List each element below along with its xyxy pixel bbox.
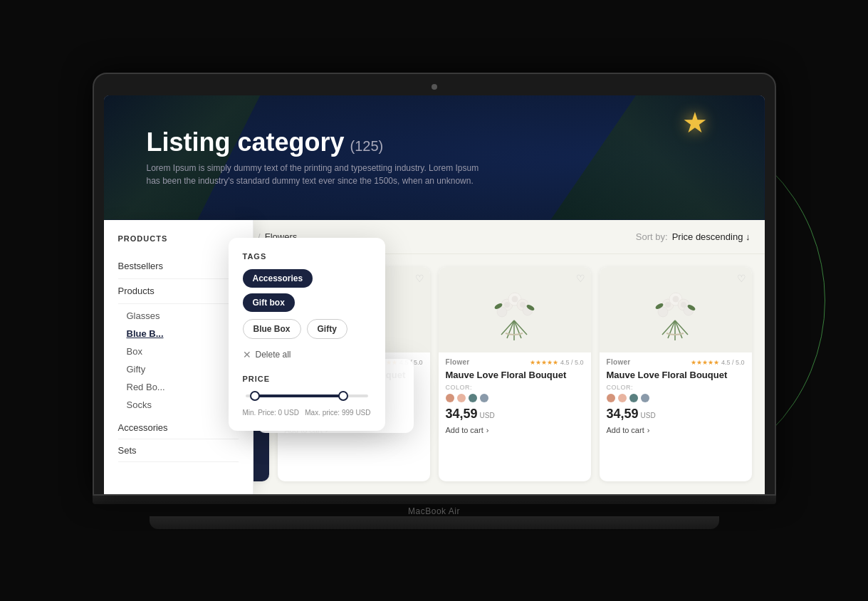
sort-area: Sort by: Price descending ↓ <box>636 231 751 242</box>
filter-popup: TAGS Accessories Gift box Blue Box Gifty… <box>229 238 385 431</box>
delete-x-icon: ✕ <box>243 349 251 360</box>
tag-gift-box[interactable]: Gift box <box>243 293 295 312</box>
swatch-4c[interactable] <box>629 394 638 402</box>
wishlist-icon-4[interactable]: ♡ <box>737 273 746 284</box>
color-swatches-4 <box>607 394 745 402</box>
svg-point-36 <box>504 302 510 308</box>
sidebar-products-label: Products <box>118 286 155 296</box>
svg-line-33 <box>501 320 514 335</box>
hero-count: (125) <box>350 138 384 155</box>
price-main-3: 34,59 <box>446 407 478 422</box>
product-name-4: Mauve Love Floral Bouquet <box>607 370 745 382</box>
svg-line-45 <box>668 320 675 338</box>
add-to-cart-label-3: Add to cart <box>446 426 483 434</box>
wishlist-icon-3[interactable]: ♡ <box>576 273 585 284</box>
swatch-4d[interactable] <box>641 394 649 402</box>
price-section-title: PRICE <box>243 375 371 383</box>
svg-point-51 <box>665 302 671 308</box>
sort-label: Sort by: <box>636 231 668 242</box>
laptop-hinge <box>93 496 776 504</box>
tags-section-title: TAGS <box>243 252 371 261</box>
sidebar-gifty[interactable]: Gifty <box>127 360 239 378</box>
hero-title: Listing category (125) <box>147 127 488 157</box>
price-currency-4: USD <box>641 412 656 419</box>
sidebar-bestsellers-label: Bestsellers <box>118 261 164 271</box>
svg-line-47 <box>675 320 682 338</box>
price-row-3: 34,59 USD <box>446 407 584 422</box>
add-to-cart-arrow-3: › <box>486 426 489 434</box>
swatch-4b[interactable] <box>618 394 627 402</box>
tags-row-2: Blue Box Gifty <box>243 319 371 339</box>
delete-all-label: Delete all <box>256 350 291 360</box>
product-info-4: Flower ★★★★★ 4.5 / 5.0 Mauve Love Floral… <box>600 352 752 441</box>
laptop-screen: ★ Listing category (125) Lorem Ipsum is … <box>104 95 765 494</box>
add-to-cart-3[interactable]: Add to cart › <box>446 426 584 434</box>
min-price-label: Min. Price: 0 USD <box>243 409 299 417</box>
swatch-3c[interactable] <box>469 394 477 402</box>
star-decoration: ★ <box>682 106 708 139</box>
sidebar-box[interactable]: Box <box>127 343 239 360</box>
svg-point-38 <box>512 296 518 302</box>
color-swatches-3 <box>446 394 584 402</box>
laptop-bottom <box>150 516 719 529</box>
sidebar-glasses[interactable]: Glasses <box>127 307 239 325</box>
flower-image-4 <box>649 278 702 342</box>
sidebar-accessories[interactable]: Accessories <box>118 417 239 439</box>
sidebar-products[interactable]: Products − <box>118 279 239 304</box>
sidebar-accessories-label: Accessories <box>118 422 168 433</box>
sidebar-sets-label: Sets <box>118 445 137 456</box>
swatch-4a[interactable] <box>607 394 615 402</box>
add-to-cart-arrow-4: › <box>647 426 650 434</box>
product-card-4: ♡ <box>600 267 752 481</box>
wishlist-icon-2[interactable]: ♡ <box>415 273 424 284</box>
product-tag-3: Flower <box>446 358 470 366</box>
tag-gifty[interactable]: Gifty <box>307 319 347 339</box>
price-range-labels: Min. Price: 0 USD Max. price: 999 USD <box>243 409 371 417</box>
flower-image-3 <box>488 278 541 342</box>
swatch-3d[interactable] <box>480 394 488 402</box>
sidebar-bestsellers[interactable]: Bestsellers + <box>118 254 239 279</box>
price-slider-fill <box>255 394 343 397</box>
product-tag-4: Flower <box>607 358 631 366</box>
sidebar-sub-menu: Glasses Blue B... Box Gifty Red Bo... So… <box>118 304 239 417</box>
color-label-3: COLOR: <box>446 384 584 391</box>
add-to-cart-label-4: Add to cart <box>607 426 644 434</box>
svg-line-48 <box>662 320 675 335</box>
hero-banner: ★ Listing category (125) Lorem Ipsum is … <box>104 95 765 220</box>
hero-description: Lorem Ipsum is simply dummy text of the … <box>147 162 488 187</box>
sidebar-red-bo[interactable]: Red Bo... <box>127 378 239 396</box>
product-stars-4: ★★★★★ 4.5 / 5.0 <box>691 359 744 366</box>
slider-thumb-max[interactable] <box>338 391 348 401</box>
sidebar-socks[interactable]: Socks <box>127 396 239 414</box>
tag-accessories[interactable]: Accessories <box>243 269 313 288</box>
price-row-4: 34,59 USD <box>607 407 745 422</box>
price-main-4: 34,59 <box>607 407 639 422</box>
sidebar-title: PRODUCTS <box>118 234 239 243</box>
laptop-base: MacBook Air <box>85 496 783 529</box>
svg-line-49 <box>675 320 688 335</box>
color-label-4: COLOR: <box>607 384 745 391</box>
price-slider-track <box>246 394 368 397</box>
hero-title-text: Listing category <box>147 127 345 157</box>
slider-thumb-min[interactable] <box>250 391 260 401</box>
product-card-3: ♡ <box>439 267 591 481</box>
laptop-wrapper: ★ Listing category (125) Lorem Ipsum is … <box>85 73 783 529</box>
delete-all-button[interactable]: ✕ Delete all <box>243 346 371 363</box>
product-name-3: Mauve Love Floral Bouquet <box>446 370 584 382</box>
swatch-3a[interactable] <box>446 394 454 402</box>
product-stars-3: ★★★★★ 4.5 / 5.0 <box>530 359 583 366</box>
svg-point-53 <box>673 296 679 302</box>
add-to-cart-4[interactable]: Add to cart › <box>607 426 745 434</box>
svg-line-30 <box>507 320 514 338</box>
svg-line-34 <box>514 320 527 335</box>
product-info-3: Flower ★★★★★ 4.5 / 5.0 Mauve Love Floral… <box>439 352 591 441</box>
tag-blue-box[interactable]: Blue Box <box>243 319 301 339</box>
sidebar-sets[interactable]: Sets <box>118 439 239 462</box>
laptop-screen-outer: ★ Listing category (125) Lorem Ipsum is … <box>93 73 776 496</box>
sidebar-blue-b[interactable]: Blue B... <box>127 325 239 343</box>
swatch-3b[interactable] <box>457 394 466 402</box>
laptop-camera <box>432 84 437 90</box>
tags-row-1: Accessories Gift box <box>243 269 371 312</box>
sort-value[interactable]: Price descending ↓ <box>672 231 751 242</box>
svg-line-32 <box>514 320 521 338</box>
